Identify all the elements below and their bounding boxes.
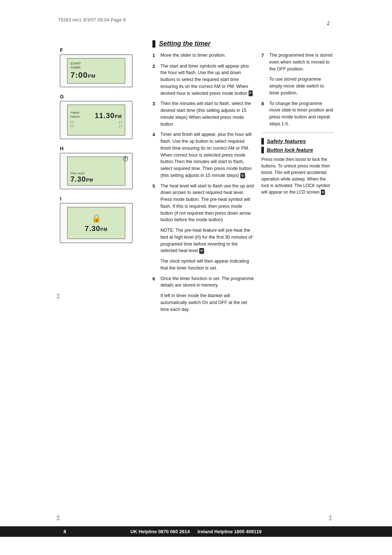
diagram-f-box: START TIMER 7:00PM [60, 54, 132, 87]
note-clock: The clock symbol will then appear indica… [152, 258, 254, 272]
diagram-f-top: START TIMER [70, 62, 81, 70]
diagram-i-time: 7.30PM [85, 224, 108, 233]
title-bar [152, 40, 155, 48]
diagram-i: I 🔒 7.30PM [60, 196, 143, 243]
page-footer: 8 UK Helpline 0870 060 2614 Ireland Help… [0, 526, 392, 537]
helpline-ireland-number: 1800 409119 [234, 529, 262, 534]
steps-left: 1 Move the slider to timer position. 2 T… [152, 52, 261, 316]
step-5: 5 The heat level will start to flash use… [152, 183, 254, 224]
diagram-f-label: F [60, 47, 143, 53]
step-2: 2 The start and timer symbols will appea… [152, 63, 254, 97]
steps-list: 1 Move the slider to timer position. 2 T… [152, 52, 254, 313]
diagram-g-screen: TIMER FINISH / / / / 11.30PM / \/ \ [67, 105, 125, 135]
diagram-i-icon: 🔒 [91, 214, 101, 223]
main-content: Setting the timer 1 Move the slider to t… [152, 40, 334, 316]
section-timer-title: Setting the timer [152, 40, 334, 48]
diagram-g-labels: TIMER FINISH [70, 111, 95, 119]
diagram-h-label: H [60, 146, 143, 151]
steps-right-list: 7 The programmed time is stored even whe… [261, 52, 334, 127]
step-6: 6 Once the timer function is set. The pr… [152, 275, 254, 289]
crosshair-mid-left: + [56, 294, 64, 301]
step-1: 1 Move the slider to timer position. [152, 52, 254, 59]
helpline-uk-label: UK Helpline [130, 529, 157, 534]
icon-h-ref: H [199, 248, 204, 254]
step-4: 4 Timer and finish will appear. plus the… [152, 131, 254, 179]
diagram-i-label: I [60, 196, 143, 202]
crosshair-bottom-left: + [56, 516, 64, 523]
diagram-i-box: 🔒 7.30PM [60, 203, 132, 243]
diagram-i-screen: 🔒 7.30PM [67, 207, 125, 239]
button-lock-title: Button lock feature [261, 147, 334, 153]
step-3: 3 Then the minutes will start to flash, … [152, 100, 254, 127]
note-stored: To use stored programme simply move slid… [261, 76, 334, 96]
crosshair-bottom-right: + [328, 516, 336, 523]
icon-g-ref: G [240, 173, 245, 179]
diagram-h-screen: ⏱ PRE-HEAT 7.30PM [67, 157, 125, 186]
helpline-ireland-label: Ireland Helpline [197, 529, 233, 534]
diagram-h: H ⏱ PRE-HEAT 7.30PM [60, 146, 143, 189]
helpline-uk-number: 0870 060 2614 [158, 529, 190, 534]
diagram-g-box: TIMER FINISH / / / / 11.30PM / \/ \ [60, 101, 132, 139]
button-lock-text: Press mode then boost to lock the button… [261, 156, 334, 195]
page-header: 75263 rev1 9/3/07 09:04 Page 9 [58, 17, 126, 23]
icon-lock-ref: II [321, 190, 325, 195]
note-preheat: NOTE: The pre-heat feature will pre-heat… [152, 227, 254, 254]
diagram-g-time: 11.30PM [95, 112, 122, 120]
diagram-f-screen: START TIMER 7:00PM [67, 58, 125, 84]
diagrams-column: F START TIMER 7:00PM G TIMER [60, 47, 143, 250]
steps-right: 7 The programmed time is stored even whe… [261, 52, 334, 316]
safety-features-title: Safety features [261, 138, 334, 145]
note-autoswitch: If left in timer mode the blanket will a… [152, 292, 254, 313]
diagram-h-box: ⏱ PRE-HEAT 7.30PM [60, 153, 132, 189]
diagram-f: F START TIMER 7:00PM [60, 47, 143, 87]
section-divider [261, 133, 334, 133]
page-number: 8 [60, 526, 70, 537]
step-7: 7 The programmed time is stored even whe… [261, 52, 334, 72]
diagram-g: G TIMER FINISH / / / / [60, 94, 143, 139]
content-two-col: 1 Move the slider to timer position. 2 T… [152, 52, 334, 316]
step-8: 8 To change the programme move slide to … [261, 100, 334, 127]
crosshair-top-right: + [327, 22, 334, 29]
diagram-h-sublabel: PRE-HEAT [70, 172, 85, 175]
safety-title-bar [261, 138, 264, 145]
button-lock-title-bar [261, 147, 264, 153]
diagram-h-time: 7.30PM [70, 175, 93, 183]
icon-f-ref: F [249, 90, 253, 96]
diagram-f-time: 7:00PM [70, 70, 96, 80]
diagram-g-label: G [60, 94, 143, 100]
